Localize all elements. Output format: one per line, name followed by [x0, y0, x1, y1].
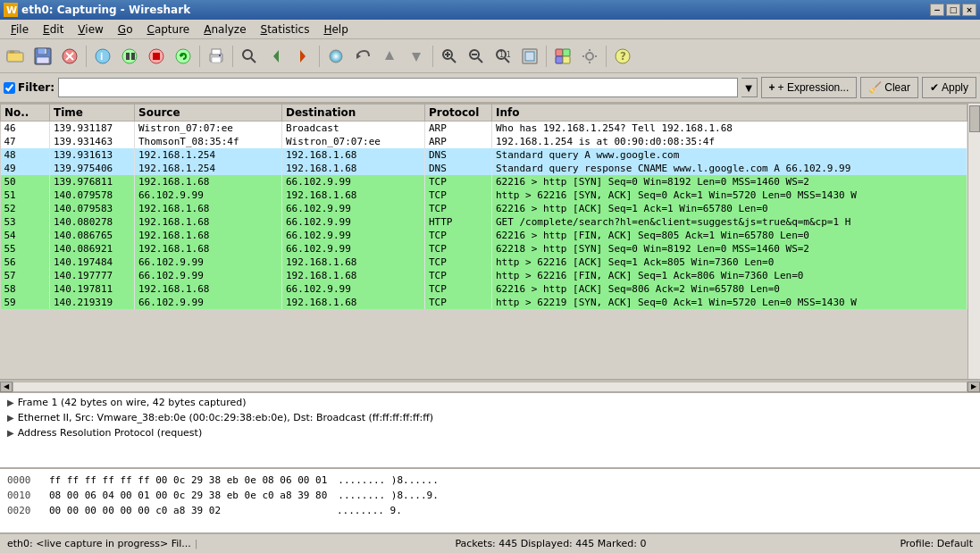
table-row[interactable]: 55140.086921192.168.1.6866.102.9.99TCP62…	[1, 242, 967, 256]
menu-help[interactable]: Help	[316, 21, 355, 38]
menu-go[interactable]: Go	[111, 21, 140, 38]
filter-checkbox[interactable]	[4, 82, 15, 94]
hscroll-track[interactable]	[13, 381, 967, 392]
toolbar-zoom-out[interactable]	[464, 44, 489, 69]
table-row[interactable]: 47139.931463ThomsonT_08:35:4fWistron_07:…	[1, 135, 967, 148]
packet-detail[interactable]: ▶Frame 1 (42 bytes on wire, 42 bytes cap…	[0, 393, 980, 469]
vscroll-thumb[interactable]	[969, 105, 980, 132]
cell-protocol: DNS	[425, 148, 492, 162]
table-row[interactable]: 48139.931613192.168.1.254192.168.1.68DNS…	[1, 148, 967, 162]
col-header-source: Source	[135, 105, 282, 121]
hex-row: 0000ff ff ff ff ff ff 00 0c 29 38 eb 0e …	[7, 473, 973, 488]
cell-info: 192.168.1.254 is at 00:90:d0:08:35:4f	[492, 135, 967, 148]
hscroll-right-btn[interactable]: ▶	[967, 381, 980, 392]
toolbar-normal-size[interactable]: 1:1	[490, 44, 515, 69]
table-row[interactable]: 53140.080278192.168.1.6866.102.9.99HTTPG…	[1, 215, 967, 229]
detail-row[interactable]: ▶Ethernet II, Src: Vmware_38:eb:0e (00:0…	[2, 410, 978, 425]
menu-analyze[interactable]: Analyze	[197, 21, 253, 38]
filter-dropdown-btn[interactable]: ▼	[741, 78, 758, 97]
toolbar-close-cap[interactable]	[57, 44, 82, 69]
toolbar-help[interactable]: ?	[610, 44, 635, 69]
table-row[interactable]: 54140.086765192.168.1.6866.102.9.99TCP62…	[1, 229, 967, 242]
table-row[interactable]: 46139.931187Wistron_07:07:eeBroadcastARP…	[1, 121, 967, 136]
hex-bytes: 00 00 00 00 00 00 c0 a8 39 02	[49, 503, 326, 518]
table-row[interactable]: 51140.07957866.102.9.99192.168.1.68TCPht…	[1, 189, 967, 202]
toolbar-find[interactable]	[237, 44, 262, 69]
cell-info: Standard query response CNAME www.l.goog…	[492, 162, 967, 175]
table-row[interactable]: 59140.21931966.102.9.99192.168.1.68TCPht…	[1, 296, 967, 309]
detail-row[interactable]: ▶Address Resolution Protocol (request)	[2, 425, 978, 440]
cell-info: http > 62216 [SYN, ACK] Seq=0 Ack=1 Win=…	[492, 189, 967, 202]
cell-protocol: TCP	[425, 269, 492, 282]
detail-row[interactable]: ▶Frame 1 (42 bytes on wire, 42 bytes cap…	[2, 395, 978, 410]
toolbar-zoom-in[interactable]	[437, 44, 462, 69]
minimize-button[interactable]: −	[930, 4, 944, 16]
cell-no: 57	[1, 269, 50, 282]
close-button[interactable]: ×	[962, 4, 976, 16]
cell-source: 192.168.1.254	[135, 148, 282, 162]
toolbar-prev[interactable]	[264, 44, 289, 69]
toolbar-resize[interactable]	[517, 44, 542, 69]
table-row[interactable]: 49139.975406192.168.1.254192.168.1.68DNS…	[1, 162, 967, 175]
cell-no: 50	[1, 175, 50, 189]
toolbar-prefs[interactable]	[577, 44, 602, 69]
hex-ascii: ........ 9.	[337, 503, 402, 518]
menu-statistics[interactable]: Statistics	[254, 21, 317, 38]
table-row[interactable]: 56140.19748466.102.9.99192.168.1.68TCPht…	[1, 256, 967, 269]
toolbar-open[interactable]	[4, 44, 29, 69]
clear-button[interactable]: 🧹 Clear	[860, 77, 918, 98]
apply-label: Apply	[942, 81, 968, 94]
statusbar-middle: Packets: 445 Displayed: 445 Marked: 0	[202, 538, 900, 549]
svg-point-19	[176, 49, 190, 63]
cell-no: 51	[1, 189, 50, 202]
table-row[interactable]: 50139.976811192.168.1.6866.102.9.99TCP62…	[1, 175, 967, 189]
svg-text:W: W	[6, 4, 17, 16]
toolbar-down[interactable]	[404, 44, 429, 69]
toolbar-options[interactable]: i	[90, 44, 115, 69]
filter-input[interactable]	[58, 78, 738, 97]
packet-detail-rows: ▶Frame 1 (42 bytes on wire, 42 bytes cap…	[2, 395, 978, 440]
apply-button[interactable]: ✔ Apply	[922, 77, 976, 98]
vscroll-track[interactable]	[967, 104, 980, 379]
toolbar-next[interactable]	[290, 44, 315, 69]
toolbar-up[interactable]	[377, 44, 402, 69]
toolbar-restart[interactable]	[171, 44, 196, 69]
table-row[interactable]: 57140.19777766.102.9.99192.168.1.68TCPht…	[1, 269, 967, 282]
cell-source: 66.102.9.99	[135, 189, 282, 202]
cell-time: 139.931187	[50, 121, 135, 136]
cell-no: 55	[1, 242, 50, 256]
cell-time: 140.079578	[50, 189, 135, 202]
hex-dump[interactable]: 0000ff ff ff ff ff ff 00 0c 29 38 eb 0e …	[0, 469, 980, 533]
cell-info: Who has 192.168.1.254? Tell 192.168.1.68	[492, 121, 967, 136]
cell-time: 140.080278	[50, 215, 135, 229]
cell-time: 140.079583	[50, 202, 135, 215]
cell-source: 192.168.1.68	[135, 242, 282, 256]
cell-info: 62216 > http [ACK] Seq=1 Ack=1 Win=65780…	[492, 202, 967, 215]
toolbar-start[interactable]	[117, 44, 142, 69]
toolbar-undo[interactable]	[350, 44, 375, 69]
table-row[interactable]: 52140.079583192.168.1.6866.102.9.99TCP62…	[1, 202, 967, 215]
cell-info: 62216 > http [FIN, ACK] Seq=805 Ack=1 Wi…	[492, 229, 967, 242]
menu-capture[interactable]: Capture	[139, 21, 197, 38]
maximize-button[interactable]: □	[946, 4, 960, 16]
sep2	[199, 46, 200, 67]
toolbar-edit-colors[interactable]	[550, 44, 575, 69]
packet-list-scroll[interactable]: No.. Time Source Destination Protocol In…	[0, 104, 980, 379]
cell-info: 62216 > http [ACK] Seq=806 Ack=2 Win=657…	[492, 282, 967, 296]
toolbar-colorize[interactable]	[323, 44, 348, 69]
toolbar-stop[interactable]	[144, 44, 169, 69]
table-row[interactable]: 58140.197811192.168.1.6866.102.9.99TCP62…	[1, 282, 967, 296]
menu-file[interactable]: File	[4, 21, 36, 38]
menu-edit[interactable]: Edit	[36, 21, 71, 38]
svg-rect-16	[131, 53, 135, 60]
toolbar-save[interactable]	[30, 44, 55, 69]
col-header-info: Info	[492, 105, 967, 121]
toolbar-print[interactable]	[204, 44, 229, 69]
hscroll-left-btn[interactable]: ◀	[0, 381, 13, 392]
cell-time: 139.931613	[50, 148, 135, 162]
packet-tbody: 46139.931187Wistron_07:07:eeBroadcastARP…	[1, 121, 967, 310]
expression-button[interactable]: + + Expression...	[761, 77, 858, 98]
svg-rect-45	[556, 49, 563, 56]
cell-no: 56	[1, 256, 50, 269]
menu-view[interactable]: View	[71, 21, 110, 38]
